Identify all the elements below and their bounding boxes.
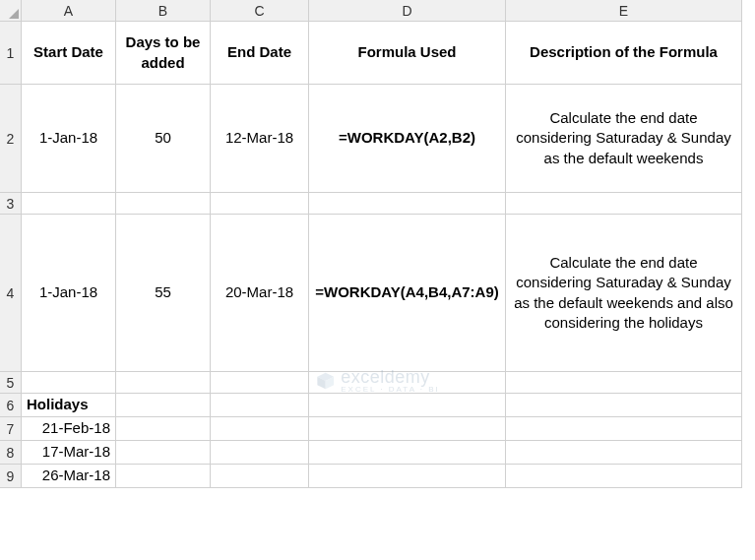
cell-E1[interactable]: Description of the Formula bbox=[506, 22, 742, 85]
cell-D4[interactable]: =WORKDAY(A4,B4,A7:A9) bbox=[309, 215, 506, 372]
cell-A7[interactable]: 21-Feb-18 bbox=[22, 417, 116, 441]
row-header-1[interactable]: 1 bbox=[0, 22, 22, 85]
row-header-3[interactable]: 3 bbox=[0, 193, 22, 215]
row-header-8[interactable]: 8 bbox=[0, 441, 22, 465]
cell-D2[interactable]: =WORKDAY(A2,B2) bbox=[309, 85, 506, 193]
cell-D7[interactable] bbox=[309, 417, 506, 441]
cell-D3[interactable] bbox=[309, 193, 506, 215]
cell-E8[interactable] bbox=[506, 441, 742, 465]
cell-B7[interactable] bbox=[116, 417, 211, 441]
cell-A4[interactable]: 1-Jan-18 bbox=[22, 215, 116, 372]
cell-D1[interactable]: Formula Used bbox=[309, 22, 506, 85]
cell-A3[interactable] bbox=[22, 193, 116, 215]
cell-A9[interactable]: 26-Mar-18 bbox=[22, 465, 116, 488]
row-header-4[interactable]: 4 bbox=[0, 215, 22, 372]
spreadsheet-grid: A B C D E 1 Start Date Days to be added … bbox=[0, 0, 755, 488]
cell-C2[interactable]: 12-Mar-18 bbox=[211, 85, 309, 193]
cell-C4[interactable]: 20-Mar-18 bbox=[211, 215, 309, 372]
row-header-7[interactable]: 7 bbox=[0, 417, 22, 441]
cell-E7[interactable] bbox=[506, 417, 742, 441]
row-header-2[interactable]: 2 bbox=[0, 85, 22, 193]
cell-E4[interactable]: Calculate the end date considering Satur… bbox=[506, 215, 742, 372]
cell-B1[interactable]: Days to be added bbox=[116, 22, 211, 85]
row-header-5[interactable]: 5 bbox=[0, 372, 22, 394]
select-all-corner[interactable] bbox=[0, 0, 22, 22]
cell-B3[interactable] bbox=[116, 193, 211, 215]
cell-C3[interactable] bbox=[211, 193, 309, 215]
cell-B6[interactable] bbox=[116, 394, 211, 417]
col-header-B[interactable]: B bbox=[116, 0, 211, 22]
cell-C5[interactable] bbox=[211, 372, 309, 394]
cell-C1[interactable]: End Date bbox=[211, 22, 309, 85]
col-header-D[interactable]: D bbox=[309, 0, 506, 22]
col-header-E[interactable]: E bbox=[506, 0, 742, 22]
cell-E5[interactable] bbox=[506, 372, 742, 394]
cell-B4[interactable]: 55 bbox=[116, 215, 211, 372]
row-header-6[interactable]: 6 bbox=[0, 394, 22, 417]
cell-D8[interactable] bbox=[309, 441, 506, 465]
row-header-9[interactable]: 9 bbox=[0, 465, 22, 488]
cell-E2[interactable]: Calculate the end date considering Satur… bbox=[506, 85, 742, 193]
cell-B9[interactable] bbox=[116, 465, 211, 488]
cell-B5[interactable] bbox=[116, 372, 211, 394]
cell-D5[interactable] bbox=[309, 372, 506, 394]
cell-E9[interactable] bbox=[506, 465, 742, 488]
cell-B8[interactable] bbox=[116, 441, 211, 465]
cell-A5[interactable] bbox=[22, 372, 116, 394]
cell-A2[interactable]: 1-Jan-18 bbox=[22, 85, 116, 193]
cell-C6[interactable] bbox=[211, 394, 309, 417]
cell-A1[interactable]: Start Date bbox=[22, 22, 116, 85]
col-header-A[interactable]: A bbox=[22, 0, 116, 22]
cell-C9[interactable] bbox=[211, 465, 309, 488]
cell-D9[interactable] bbox=[309, 465, 506, 488]
cell-B2[interactable]: 50 bbox=[116, 85, 211, 193]
cell-A6[interactable]: Holidays bbox=[22, 394, 116, 417]
col-header-C[interactable]: C bbox=[211, 0, 309, 22]
cell-D6[interactable] bbox=[309, 394, 506, 417]
cell-C8[interactable] bbox=[211, 441, 309, 465]
cell-E6[interactable] bbox=[506, 394, 742, 417]
cell-E3[interactable] bbox=[506, 193, 742, 215]
cell-A8[interactable]: 17-Mar-18 bbox=[22, 441, 116, 465]
cell-C7[interactable] bbox=[211, 417, 309, 441]
